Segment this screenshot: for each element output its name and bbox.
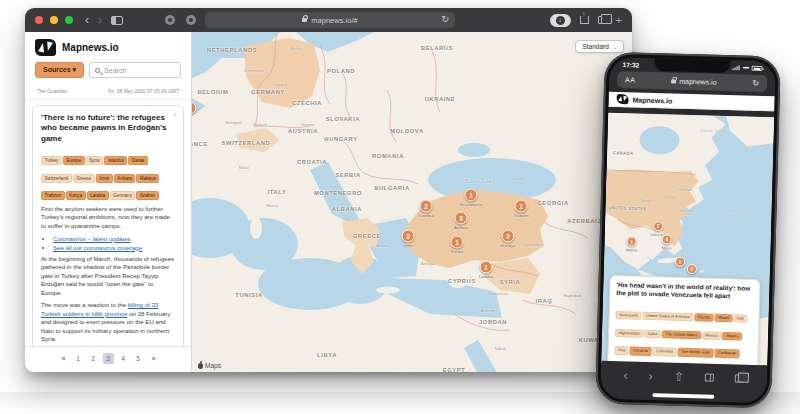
news-marker[interactable]: 1 (675, 257, 685, 267)
mapnews-logo (35, 39, 56, 56)
lock-icon (671, 79, 676, 83)
news-marker[interactable]: 1 (480, 261, 493, 274)
forward-button[interactable]: › (98, 14, 102, 26)
forward-button[interactable]: › (649, 370, 653, 382)
news-marker[interactable]: 2 (420, 200, 433, 213)
news-marker[interactable]: 2 (402, 230, 415, 243)
news-marker[interactable]: 1 (627, 236, 637, 246)
minimize-window-button[interactable] (50, 16, 58, 24)
phone-mockup: 17:32 AA mapnews.io ↻ Mapnews.io (595, 52, 781, 409)
article-link[interactable]: See all our coronavirus coverage (53, 244, 142, 251)
tag-chip[interactable]: Mexico (702, 331, 722, 340)
extension-icon[interactable] (186, 15, 196, 25)
tag-chip[interactable]: Europe (63, 156, 85, 165)
news-marker[interactable]: 2 (687, 264, 697, 274)
page-button-4[interactable]: 4 (118, 353, 129, 364)
news-marker[interactable]: 7 (653, 221, 663, 231)
back-button[interactable]: ‹ (623, 369, 627, 381)
tag-chip[interactable]: Colombia (653, 347, 677, 356)
address-bar[interactable]: mapnews.io/# ↻ (205, 12, 455, 28)
country-label: POLAND (327, 68, 355, 74)
tag-chip[interactable]: Cuba (644, 329, 661, 338)
share-icon[interactable]: ⇧ (674, 371, 684, 383)
tag-chip[interactable]: Malatya (136, 174, 159, 183)
tag-chip[interactable]: Switzerland (41, 174, 72, 183)
news-marker[interactable]: 1 (192, 102, 197, 115)
tag-chip[interactable]: Iraq (733, 314, 747, 323)
battery-icon (751, 66, 762, 71)
tag-chip[interactable]: Daraa (128, 156, 148, 165)
close-window-button[interactable] (35, 16, 43, 24)
article-link[interactable]: Coronavirus – latest updates (53, 235, 131, 242)
city-label: Montreal (678, 188, 692, 192)
new-tab-button[interactable]: + (616, 15, 622, 26)
search-box[interactable] (89, 62, 181, 78)
tag-chip[interactable]: Miami (714, 313, 732, 322)
tag-chip[interactable]: Venezuela (615, 311, 641, 320)
tag-chip[interactable]: Germany (110, 191, 136, 200)
news-marker[interactable]: 1 (465, 189, 478, 202)
tag-chip[interactable]: Usa (614, 346, 628, 355)
marker-label: Malatya (500, 243, 515, 248)
news-marker[interactable]: 1 (451, 236, 464, 249)
city-label: Tabuk (494, 346, 506, 351)
page-button-1[interactable]: 1 (73, 353, 84, 364)
tab-overview-icon[interactable] (598, 16, 607, 24)
phone-brand-title: Mapnews.io (633, 96, 673, 104)
page-button-5[interactable]: 5 (133, 353, 144, 364)
phone-frame: 17:32 AA mapnews.io ↻ Mapnews.io (595, 52, 781, 409)
tag-chip[interactable]: Syria (86, 156, 103, 165)
article-link-item: Coronavirus – latest updates (53, 235, 175, 242)
tag-chip[interactable]: Greece (73, 174, 95, 183)
city-label: Rome (266, 203, 278, 208)
reader-button[interactable]: AA (625, 76, 636, 83)
marker-label: Kastamonu (460, 202, 482, 207)
tag-chip[interactable]: Izmir (96, 174, 113, 183)
tag-chip[interactable]: The Middle East (677, 348, 713, 357)
tag-chip[interactable]: The United States (662, 330, 701, 339)
tag-chip[interactable]: Caribbean (714, 349, 740, 358)
sidebar-toggle-icon[interactable] (111, 16, 123, 25)
bookmarks-icon[interactable] (705, 374, 714, 382)
tag-chip[interactable]: Trabzon (41, 191, 65, 200)
news-marker[interactable]: 1 (515, 200, 528, 213)
country-label: UNITED STATES (608, 205, 646, 211)
tag-chip[interactable]: Afghanistan (615, 329, 643, 338)
tabs-icon[interactable] (735, 374, 744, 382)
page-button-2[interactable]: 2 (88, 353, 99, 364)
city-label: New York (679, 209, 694, 213)
tag-chip[interactable]: Caracas (630, 347, 652, 356)
tag-chip[interactable]: United States of America (642, 311, 693, 321)
country-label: IRAQ (536, 298, 553, 304)
pagination-last-button[interactable]: » (148, 353, 159, 364)
page-button-3[interactable]: 3 (103, 353, 114, 364)
pagination-first-button[interactable]: « (58, 353, 69, 364)
tag-chip[interactable]: Konya (66, 191, 86, 200)
news-marker[interactable]: 4 (662, 234, 672, 244)
phone-address-bar[interactable]: AA mapnews.io ↻ (617, 71, 767, 92)
share-icon[interactable] (580, 16, 589, 24)
downloads-button[interactable]: ↓ (550, 14, 571, 27)
tag-chip[interactable]: Turkey (41, 156, 62, 165)
close-icon[interactable]: × (173, 111, 177, 118)
search-input[interactable] (104, 67, 175, 74)
tag-chip[interactable]: Istanbul (104, 156, 127, 165)
mapnews-logo (616, 94, 628, 104)
phone-reload-icon[interactable]: ↻ (752, 79, 759, 88)
tag-chip[interactable]: Ibrahim (136, 191, 158, 200)
tag-chip[interactable]: Florida (694, 313, 713, 322)
zoom-window-button[interactable] (65, 16, 73, 24)
city-label: Stuttgart (225, 120, 242, 125)
news-marker[interactable]: 3 (455, 212, 468, 225)
sources-dropdown-button[interactable]: Sources ▾ (35, 62, 84, 78)
tag-chip[interactable]: Atlanta (722, 332, 742, 341)
map-pane[interactable]: NETHERLANDSBELGIUMGERMANYPOLANDBELARUSCZ… (192, 32, 632, 372)
tag-chip[interactable]: Latakia (87, 191, 109, 200)
news-marker[interactable]: 2 (502, 230, 515, 243)
city-label: Amman (480, 308, 495, 313)
privacy-badge-icon[interactable] (165, 15, 175, 25)
reload-icon[interactable]: ↻ (441, 14, 449, 24)
tag-chip[interactable]: Ankara (114, 174, 136, 183)
sea-label: Black Sea (464, 178, 491, 184)
back-button[interactable]: ‹ (85, 14, 89, 26)
